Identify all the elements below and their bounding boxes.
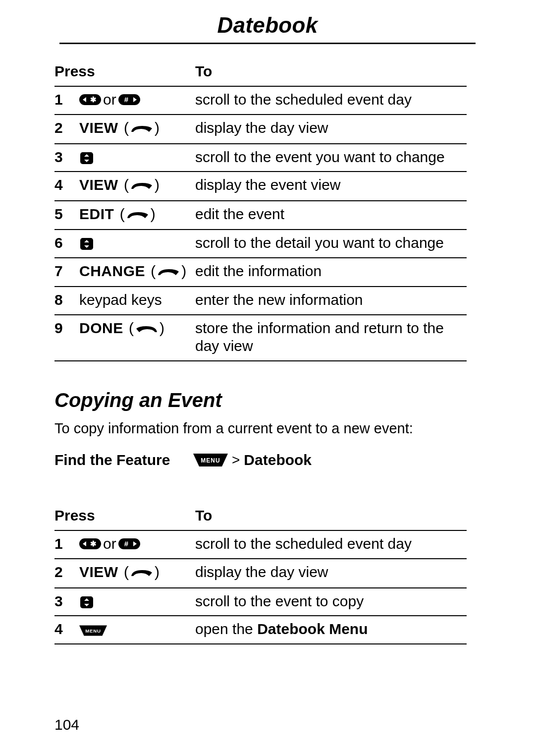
left-softkey-icon: [135, 320, 158, 339]
svg-text:#: #: [124, 95, 129, 104]
step-press: CHANGE ( ): [77, 258, 193, 287]
step-to: scroll to the scheduled event day: [193, 530, 467, 559]
svg-text:✱: ✱: [90, 539, 97, 548]
table-row: 5 EDIT ( ) edit the event: [54, 201, 467, 230]
to-text-menu: Datebook Menu: [257, 621, 368, 637]
page: Datebook Press To 1: [0, 0, 535, 756]
softkey-label: VIEW: [79, 119, 118, 136]
step-to: enter the new information: [193, 287, 467, 315]
left-star-pill-icon: ✱: [79, 538, 101, 549]
nav-scroll-icon: [79, 595, 94, 609]
table-row: 6 scroll to the detail you want to chang…: [54, 230, 467, 258]
step-to: scroll to the event you want to change: [193, 144, 467, 172]
left-star-pill-icon: ✱: [79, 94, 101, 105]
step-number: 5: [54, 201, 77, 230]
section-heading: Copying an Event: [54, 389, 467, 411]
step-number: 9: [54, 315, 77, 361]
feature-path: MENU > Datebook: [193, 452, 312, 468]
table-header-row: Press To: [54, 504, 467, 530]
step-number: 7: [54, 258, 77, 287]
or-text: or: [103, 91, 116, 109]
breadcrumb-separator: >: [232, 452, 240, 468]
step-to: scroll to the scheduled event day: [193, 86, 467, 115]
table-row: 9 DONE ( ) store the information and ret…: [54, 315, 467, 361]
step-to: display the event view: [193, 172, 467, 200]
page-number: 104: [54, 716, 79, 733]
softkey-label: DONE: [79, 320, 123, 336]
feature-label: Find the Feature: [54, 452, 193, 468]
col-head-press: Press: [54, 504, 193, 530]
page-title: Datebook: [59, 13, 476, 40]
svg-text:MENU: MENU: [201, 457, 220, 464]
svg-rect-6: [80, 152, 93, 164]
svg-rect-17: [118, 538, 140, 549]
step-press: [77, 144, 193, 172]
step-number: 2: [54, 115, 77, 143]
nav-scroll-icon: [79, 151, 94, 165]
table-row: 2 VIEW ( ) display the day view: [54, 115, 467, 143]
or-text: or: [103, 535, 116, 553]
svg-text:✱: ✱: [90, 95, 97, 104]
svg-text:MENU: MENU: [85, 628, 101, 634]
table-row: 8 keypad keys enter the new information: [54, 287, 467, 315]
right-softkey-icon: [126, 206, 149, 225]
step-to: scroll to the detail you want to change: [193, 230, 467, 258]
steps-table-1: Press To 1 ✱ o: [54, 59, 467, 361]
right-softkey-icon: [130, 564, 153, 582]
step-press: ✱ or #: [77, 86, 193, 115]
step-to: open the Datebook Menu: [193, 616, 467, 644]
step-press: VIEW ( ): [77, 115, 193, 143]
step-number: 1: [54, 86, 77, 115]
softkey-label: VIEW: [79, 564, 118, 580]
step-press: VIEW ( ): [77, 559, 193, 587]
step-press: MENU: [77, 616, 193, 644]
table-row: 1 ✱ or: [54, 86, 467, 115]
step-number: 4: [54, 172, 77, 200]
right-softkey-icon: [157, 263, 180, 282]
title-underline: [59, 43, 476, 44]
table-row: 3 scroll to the event you want to change: [54, 144, 467, 172]
table-header-row: Press To: [54, 59, 467, 86]
svg-text:#: #: [124, 539, 129, 548]
step-number: 3: [54, 588, 77, 616]
step-number: 6: [54, 230, 77, 258]
feature-target: Datebook: [244, 452, 312, 468]
softkey-label: VIEW: [79, 176, 118, 193]
right-hash-pill-icon: #: [118, 94, 140, 105]
step-to: edit the event: [193, 201, 467, 230]
right-softkey-icon: [130, 177, 153, 195]
svg-rect-3: [118, 94, 140, 105]
step-to: display the day view: [193, 559, 467, 587]
step-to: scroll to the event to copy: [193, 588, 467, 616]
table-row: 7 CHANGE ( ) edit the information: [54, 258, 467, 287]
table-row: 1 ✱ or: [54, 530, 467, 559]
menu-key-icon: MENU: [193, 453, 228, 467]
col-head-press: Press: [54, 59, 193, 86]
step-number: 2: [54, 559, 77, 587]
scroll-key-icons: ✱ or #: [79, 91, 140, 109]
step-press: keypad keys: [77, 287, 193, 315]
find-the-feature: Find the Feature MENU > Datebook: [54, 452, 467, 468]
table-row: 4 MENU open the Datebook Menu: [54, 616, 467, 644]
step-press: [77, 230, 193, 258]
svg-rect-20: [80, 596, 93, 608]
step-number: 8: [54, 287, 77, 315]
right-softkey-icon: [130, 120, 153, 138]
step-number: 4: [54, 616, 77, 644]
section-copying: Copying an Event To copy information fro…: [54, 389, 467, 483]
table-row: 3 scroll to the event to copy: [54, 588, 467, 616]
scroll-key-icons: ✱ or #: [79, 535, 140, 553]
step-press: [77, 588, 193, 616]
svg-rect-9: [80, 238, 93, 250]
menu-key-icon: MENU: [79, 625, 107, 637]
step-press: VIEW ( ): [77, 172, 193, 200]
col-head-to: To: [193, 504, 467, 530]
softkey-label: CHANGE: [79, 263, 145, 279]
section-intro: To copy information from a current event…: [54, 420, 467, 437]
steps-table-2: Press To 1 ✱ or: [54, 504, 467, 644]
step-press: DONE ( ): [77, 315, 193, 361]
nav-scroll-icon: [79, 237, 94, 251]
right-hash-pill-icon: #: [118, 538, 140, 549]
step-number: 3: [54, 144, 77, 172]
step-to: store the information and return to the …: [193, 315, 467, 361]
